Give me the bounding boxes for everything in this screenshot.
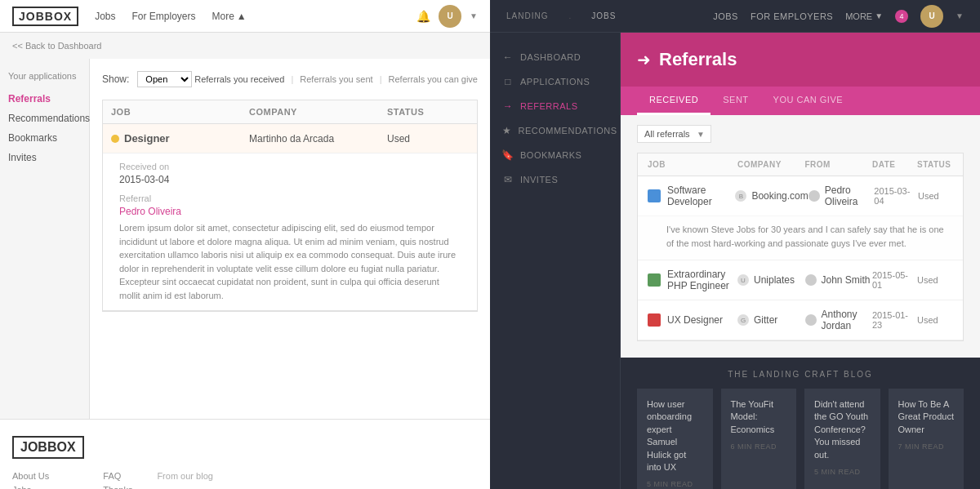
- ref-company-name-1: Uniplates: [754, 274, 795, 286]
- ref-status-2: Used: [917, 315, 953, 325]
- footer-col-blog: From our blog The YouFit Model: Environm…: [157, 471, 282, 489]
- blog-card-0[interactable]: How user onboarding expert Samuel Hulick…: [637, 389, 713, 489]
- nav-employers-left[interactable]: For Employers: [131, 11, 195, 22]
- sidebar-item-dashboard[interactable]: ← DASHBOARD: [490, 45, 620, 69]
- sidebar-item-bookmarks[interactable]: Bookmarks: [8, 128, 81, 148]
- top-nav-left: JOBBOX Jobs For Employers More ▲ 🔔 U ▼: [0, 0, 490, 33]
- breadcrumb-landing: LANDING: [506, 11, 548, 20]
- sidebar-item-bookmarks-right[interactable]: 🔖 BOOKMARKS: [490, 143, 620, 167]
- ref-company-logo-0: [648, 189, 661, 202]
- footer-logo-left[interactable]: JOBBOX: [12, 436, 84, 459]
- blog-card-2[interactable]: Didn't attend the GO Youth Conference? Y…: [804, 389, 880, 489]
- ref-company-logo-2: [648, 313, 661, 327]
- referrals-header: ➜ Referrals: [621, 33, 980, 87]
- referrals-main: ➜ Referrals RECEIVED SENT YOU CAN GIVE A…: [621, 33, 980, 489]
- back-link[interactable]: << Back to Dashboard: [0, 33, 490, 59]
- ref-job-cell-0: Software Developer: [648, 184, 735, 207]
- bookmarks-icon: 🔖: [502, 149, 514, 161]
- bell-icon-left[interactable]: 🔔: [416, 10, 430, 23]
- footer-columns: About Us Jobs For employers Verified ref…: [12, 471, 478, 489]
- filter-bar: All referrals Used Pending ▼: [621, 115, 980, 153]
- sidebar-item-invites[interactable]: Invites: [8, 148, 81, 167]
- dashboard-icon: ←: [502, 51, 514, 63]
- blog-read-time-2: 5 MIN READ: [814, 468, 871, 476]
- referrals-received-link[interactable]: Referrals you received: [194, 74, 284, 84]
- ref-row-main-0[interactable]: Software Developer B Booking.com Pedro O…: [638, 176, 963, 216]
- nav-more-right[interactable]: MORE ▼: [845, 11, 883, 21]
- nav-more-left[interactable]: More ▲: [212, 11, 247, 22]
- ref-job-cell-1: Extraordinary PHP Engineer: [648, 269, 737, 291]
- ref-row-expanded-0: I've known Steve Jobs for 30 years and I…: [638, 216, 963, 260]
- blog-card-1[interactable]: The YouFit Model: Economics 6 MIN READ: [721, 389, 797, 489]
- nav-jobs-left[interactable]: Jobs: [95, 11, 115, 22]
- ref-from-cell-1: John Smith: [805, 274, 873, 286]
- ref-row-main-2[interactable]: UX Designer G Gitter Anthony Jordan 2015…: [638, 300, 963, 340]
- referrals-sent-link[interactable]: Referrals you sent: [300, 74, 372, 84]
- footer-link-faq[interactable]: FAQ: [103, 471, 132, 481]
- recommendations-icon: ★: [502, 125, 512, 136]
- sidebar-item-referrals-right[interactable]: → REFERRALS: [490, 94, 620, 118]
- ref-row-1: Extraordinary PHP Engineer U Uniplates J…: [638, 260, 963, 300]
- blog-card-3[interactable]: How To Be A Great Product Owner 7 MIN RE…: [889, 389, 964, 489]
- avatar-chevron-icon[interactable]: ▼: [956, 11, 964, 20]
- ref-company-cell-1: U Uniplates: [737, 274, 805, 286]
- table-header: Job Company Status: [103, 100, 477, 124]
- ref-company-icon-1: U: [737, 274, 749, 286]
- table-row: Designer Martinho da Arcada Used Receive…: [103, 124, 477, 311]
- sidebar-item-recommendations-right[interactable]: ★ RECOMMENDATIONS: [490, 118, 620, 143]
- footer-link-about[interactable]: About Us: [12, 471, 78, 481]
- sidebar-item-applications[interactable]: □ APPLICATIONS: [490, 69, 620, 94]
- main-content: Show: Open Closed Referrals you received…: [90, 59, 490, 419]
- table-row-main[interactable]: Designer Martinho da Arcada Used: [103, 124, 477, 153]
- ref-job-title-1: Extraordinary PHP Engineer: [667, 269, 737, 291]
- th-job: Job: [111, 107, 249, 117]
- right-content: ← DASHBOARD □ APPLICATIONS → REFERRALS ★…: [490, 33, 980, 489]
- sidebar-item-referrals[interactable]: Referrals: [8, 89, 81, 109]
- logo-left[interactable]: JOBBOX: [12, 7, 78, 26]
- ref-row-main-1[interactable]: Extraordinary PHP Engineer U Uniplates J…: [638, 260, 963, 300]
- job-title: Designer: [124, 132, 170, 144]
- blog-section: THE LANDING CRAFT BLOG How user onboardi…: [621, 358, 980, 489]
- ref-th-company: COMPANY: [737, 160, 805, 169]
- blog-cards: How user onboarding expert Samuel Hulick…: [637, 389, 964, 489]
- ref-company-cell-0: B Booking.com: [735, 190, 808, 202]
- breadcrumb-sep: .: [568, 11, 571, 20]
- more-chevron-icon: ▲: [237, 11, 247, 22]
- avatar-left[interactable]: U: [439, 5, 461, 28]
- sidebar-item-invites-right[interactable]: ✉ INVITES: [490, 167, 620, 192]
- ref-from-name-1: John Smith: [822, 274, 871, 286]
- ref-row-0: Software Developer B Booking.com Pedro O…: [638, 176, 963, 260]
- chevron-down-icon-left[interactable]: ▼: [470, 11, 478, 20]
- ref-from-name-0: Pedro Oliveira: [825, 184, 875, 207]
- top-nav-right: LANDING . JOBS JOBS FOR EMPLOYERS MORE ▼…: [490, 0, 980, 33]
- show-select[interactable]: Open Closed: [137, 71, 192, 87]
- notification-badge[interactable]: 4: [895, 10, 908, 23]
- filter-select[interactable]: All referrals Used Pending: [637, 125, 711, 143]
- th-status: Status: [387, 107, 469, 117]
- nav-jobs-right[interactable]: JOBS: [713, 11, 738, 21]
- received-on-value: 2015-03-04: [119, 174, 461, 185]
- ref-row-2: UX Designer G Gitter Anthony Jordan 2015…: [638, 300, 963, 340]
- ref-th-from: FROM: [805, 160, 873, 169]
- footer-link-thanks[interactable]: Thanks: [103, 485, 132, 489]
- avatar-right[interactable]: U: [920, 5, 943, 28]
- referral-name[interactable]: Pedro Oliveira: [119, 206, 461, 217]
- show-label: Show:: [102, 73, 129, 85]
- applications-icon: □: [502, 76, 514, 87]
- blog-card-title-0: How user onboarding expert Samuel Hulick…: [647, 398, 703, 473]
- footer-link-jobs[interactable]: Jobs: [12, 485, 78, 489]
- tab-sent[interactable]: SENT: [710, 87, 760, 115]
- sidebar-item-recommendations[interactable]: Recommendations: [8, 109, 81, 128]
- tab-you-can-give[interactable]: YOU CAN GIVE: [761, 87, 855, 115]
- invites-icon: ✉: [502, 174, 514, 185]
- nav-employers-right[interactable]: FOR EMPLOYERS: [751, 11, 833, 21]
- sidebar-title: Your applications: [8, 71, 81, 81]
- right-panel: LANDING . JOBS JOBS FOR EMPLOYERS MORE ▼…: [490, 0, 980, 489]
- blog-section-title: THE LANDING CRAFT BLOG: [637, 370, 964, 379]
- referrals-give-link[interactable]: Referrals you can give: [389, 74, 478, 84]
- tab-received[interactable]: RECEIVED: [637, 87, 710, 115]
- ref-from-icon-0: [808, 190, 820, 202]
- ref-date-0: 2015-03-04: [874, 186, 918, 206]
- blog-read-time-1: 6 MIN READ: [731, 442, 787, 451]
- blog-card-title-3: How To Be A Great Product Owner: [898, 398, 955, 436]
